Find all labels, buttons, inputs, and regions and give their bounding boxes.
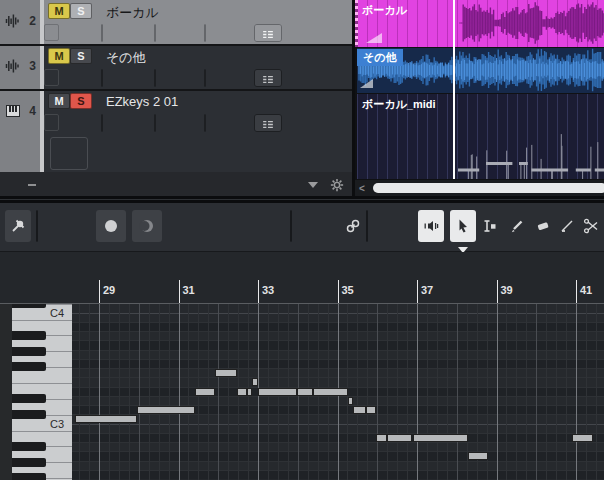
record-enable-button[interactable]	[102, 70, 103, 87]
track-checkbox[interactable]	[44, 69, 59, 86]
scroll-left-arrow-icon[interactable]: <	[359, 183, 365, 194]
read-automation-button[interactable]: R	[205, 70, 206, 87]
edit-channel-button[interactable]: e	[155, 25, 156, 42]
record-in-editor-button[interactable]	[96, 210, 126, 242]
solo-editor-dropdown[interactable]	[37, 211, 38, 241]
edit-channel-button[interactable]: e	[155, 70, 156, 87]
insert-bypass-button[interactable]	[155, 25, 156, 42]
object-selection-tool[interactable]	[450, 210, 476, 242]
piano-white-keys[interactable]	[12, 303, 72, 480]
line-tool[interactable]	[555, 210, 579, 242]
autoscroll-button[interactable]	[291, 211, 292, 241]
solo-editor-button[interactable]: S	[37, 211, 38, 241]
note-grid[interactable]	[72, 303, 604, 480]
snap-dropdown[interactable]	[367, 211, 368, 241]
track-type-audio-waveform-icon	[4, 13, 24, 31]
midi-note[interactable]	[353, 406, 366, 414]
piano-key-black[interactable]	[12, 362, 46, 371]
solo-button[interactable]: S	[70, 48, 92, 64]
midi-note[interactable]	[237, 388, 247, 396]
chevron-down-icon[interactable]	[308, 182, 318, 188]
track-control-settings-button[interactable]	[255, 25, 281, 42]
mute-button[interactable]: M	[48, 93, 70, 109]
erase-tool[interactable]	[531, 210, 555, 242]
midi-note[interactable]	[75, 415, 137, 423]
draw-tool[interactable]	[505, 210, 529, 242]
grid-beat-line	[109, 303, 110, 480]
autoscroll-dropdown[interactable]	[291, 211, 292, 241]
track-number: 4	[22, 104, 36, 118]
midi-note[interactable]	[366, 406, 376, 414]
track-row-2[interactable]: MSボーカルeRW	[44, 0, 352, 44]
track-type-piano-keys-icon	[4, 103, 24, 121]
acoustic-feedback-button[interactable]	[132, 210, 162, 242]
midi-note[interactable]	[137, 406, 195, 414]
midi-note[interactable]	[258, 388, 297, 396]
insert-bypass-button[interactable]	[155, 70, 156, 87]
midi-note[interactable]	[376, 434, 387, 442]
midi-note[interactable]	[348, 397, 353, 405]
piano-key-black[interactable]	[12, 347, 46, 356]
midi-note[interactable]	[252, 378, 258, 386]
gear-icon[interactable]	[330, 178, 344, 192]
horizontal-scrollbar[interactable]: <	[355, 180, 604, 196]
object-selection-arrow-icon	[455, 218, 471, 234]
pin-button[interactable]	[5, 210, 31, 242]
midi-note[interactable]	[468, 452, 488, 460]
mute-button[interactable]: M	[48, 3, 70, 19]
track-row-3[interactable]: MSその他eRW	[44, 45, 352, 89]
edit-channel-button[interactable]: e	[155, 115, 156, 132]
snap-button[interactable]	[367, 211, 368, 241]
midi-note[interactable]	[247, 388, 252, 396]
collapse-minus-icon[interactable]	[28, 184, 36, 186]
midi-note[interactable]	[297, 388, 313, 396]
ruler-tick	[417, 280, 418, 303]
piano-key-black[interactable]	[12, 458, 46, 467]
midi-note[interactable]	[572, 434, 593, 442]
track-control-settings-button[interactable]	[255, 70, 281, 87]
write-automation-button[interactable]: W	[205, 70, 206, 87]
grid-beat-line	[89, 303, 90, 480]
monitor-button[interactable]	[102, 115, 103, 132]
piano-keyboard: C4C3	[0, 303, 72, 480]
midi-note[interactable]	[313, 388, 348, 396]
midi-note[interactable]	[195, 388, 215, 396]
mute-button[interactable]: M	[48, 48, 70, 64]
trim-tool[interactable]	[478, 210, 502, 242]
track-checkbox[interactable]	[44, 24, 59, 41]
scrollbar-thumb[interactable]	[373, 183, 604, 193]
audition-button[interactable]	[418, 210, 444, 242]
piano-key-black[interactable]	[12, 331, 46, 340]
track-control-settings-button[interactable]	[255, 115, 281, 132]
audio-clip-vocal[interactable]: ボーカル	[357, 0, 604, 47]
monitor-button[interactable]	[102, 70, 103, 87]
piano-key-black[interactable]	[12, 473, 46, 480]
record-enable-button[interactable]	[102, 115, 103, 132]
pane-divider[interactable]	[0, 196, 604, 203]
monitor-button[interactable]	[102, 25, 103, 42]
track-checkbox[interactable]	[44, 114, 59, 131]
midi-note[interactable]	[215, 369, 237, 377]
record-monitor-group	[101, 114, 103, 132]
midi-clip-vocal-midi[interactable]: ボーカル_midi	[357, 94, 604, 179]
piano-key-black[interactable]	[12, 442, 46, 451]
editor-ruler[interactable]: 29313335373941	[0, 252, 604, 303]
track-row-4[interactable]: MSEZkeys 2 01eRW	[44, 90, 352, 172]
audio-clip-other[interactable]: その他	[357, 48, 604, 93]
split-tool[interactable]	[579, 210, 603, 242]
read-automation-button[interactable]: R	[205, 25, 206, 42]
instrument-button[interactable]	[155, 115, 156, 132]
read-automation-button[interactable]: R	[205, 115, 206, 132]
midi-note[interactable]	[387, 434, 412, 442]
piano-key-black[interactable]	[12, 394, 46, 403]
solo-button[interactable]: S	[70, 93, 92, 109]
record-enable-button[interactable]	[102, 25, 103, 42]
midi-note[interactable]	[413, 434, 468, 442]
write-automation-button[interactable]: W	[205, 115, 206, 132]
write-automation-button[interactable]: W	[205, 25, 206, 42]
white-key-line	[12, 383, 72, 384]
grid-beat-line	[149, 303, 150, 480]
solo-button[interactable]: S	[70, 3, 92, 19]
link-button[interactable]	[342, 210, 364, 242]
automation-group: RW	[204, 24, 206, 42]
